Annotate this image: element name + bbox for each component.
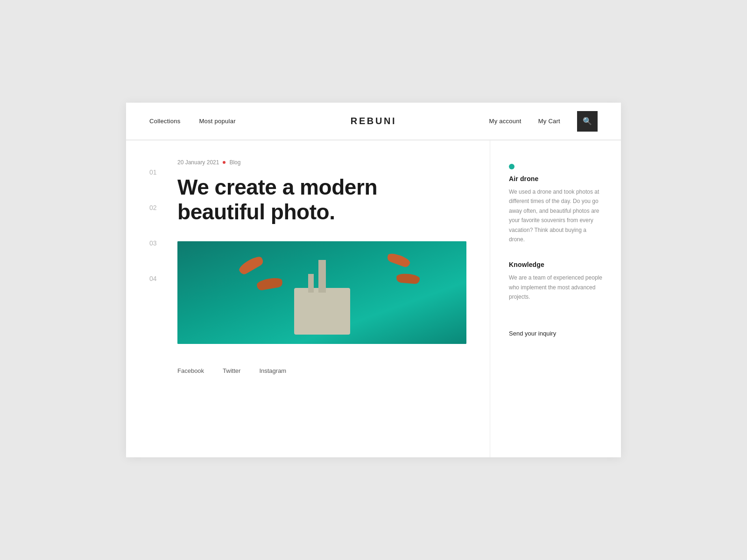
main-content: 01 02 03 04 20 January 2021 Blog We crea… [126, 140, 621, 457]
sidebar-drone-title: Air drone [509, 175, 602, 182]
article: 20 January 2021 Blog We create a modern … [163, 140, 490, 457]
step-3: 03 [149, 239, 163, 247]
page-card: Collections Most popular REBUNI My accou… [126, 103, 621, 457]
send-inquiry-link[interactable]: Send your inquiry [509, 330, 602, 337]
nav-left: Collections Most popular [149, 118, 299, 125]
number-sidebar: 01 02 03 04 [126, 140, 163, 457]
site-logo: REBUNI [299, 116, 448, 126]
sidebar-accent-dot [509, 164, 514, 169]
article-meta: 20 January 2021 Blog [177, 159, 466, 166]
sidebar-drone-text: We used a drone and took photos at diffe… [509, 187, 602, 244]
nav-most-popular[interactable]: Most popular [199, 118, 235, 125]
article-date: 20 January 2021 [177, 159, 219, 166]
sidebar-knowledge-text: We are a team of experienced people who … [509, 273, 602, 301]
step-1: 01 [149, 168, 163, 176]
article-title: We create a modern beautiful photo. [177, 175, 466, 224]
sidebar-section-knowledge: Knowledge We are a team of experienced p… [509, 261, 602, 301]
article-category: Blog [229, 159, 240, 166]
social-twitter[interactable]: Twitter [223, 367, 240, 374]
nav-collections[interactable]: Collections [149, 118, 180, 125]
header: Collections Most popular REBUNI My accou… [126, 103, 621, 140]
social-instagram[interactable]: Instagram [259, 367, 286, 374]
nav-my-cart[interactable]: My Cart [538, 118, 560, 125]
dock-plank-1 [318, 260, 326, 293]
article-image [177, 241, 466, 344]
search-button[interactable]: 🔍 [577, 111, 598, 132]
step-4: 04 [149, 275, 163, 282]
nav-my-account[interactable]: My account [489, 118, 521, 125]
dock-plank-2 [308, 274, 314, 293]
social-links: Facebook Twitter Instagram [177, 363, 466, 374]
social-facebook[interactable]: Facebook [177, 367, 204, 374]
step-2: 02 [149, 204, 163, 211]
nav-right: My account My Cart 🔍 [448, 111, 598, 132]
sidebar-section-drone: Air drone We used a drone and took photo… [509, 164, 602, 244]
right-sidebar: Air drone We used a drone and took photo… [490, 140, 621, 457]
search-icon: 🔍 [583, 117, 592, 126]
dock [294, 288, 350, 335]
category-dot [223, 161, 226, 164]
sidebar-knowledge-title: Knowledge [509, 261, 602, 268]
